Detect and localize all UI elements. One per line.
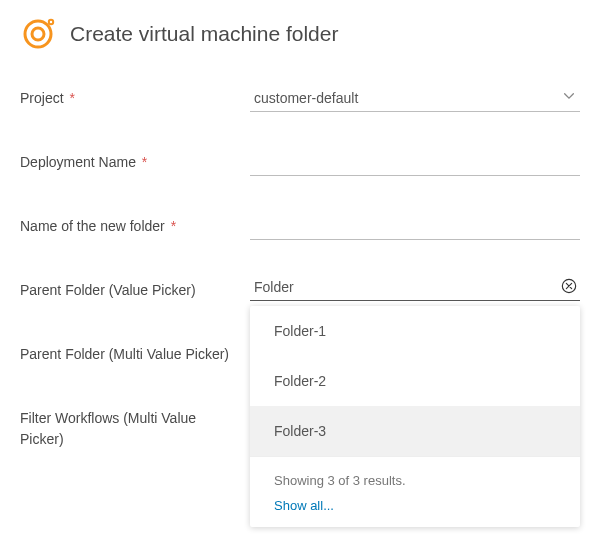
parent-folder-multi-label: Parent Folder (Multi Value Picker) — [20, 336, 250, 365]
results-count-text: Showing 3 of 3 results. — [274, 473, 556, 488]
required-mark: * — [69, 90, 74, 106]
filter-workflows-label: Filter Workflows (Multi Value Picker) — [20, 400, 250, 450]
page-title: Create virtual machine folder — [70, 22, 338, 46]
deployment-name-input[interactable] — [250, 144, 580, 176]
dropdown-footer: Showing 3 of 3 results. Show all... — [250, 456, 580, 527]
new-folder-name-input[interactable] — [250, 208, 580, 240]
deployment-name-row: Deployment Name * — [20, 144, 580, 184]
project-row: Project * customer-default — [20, 80, 580, 120]
project-select-value: customer-default — [254, 90, 358, 106]
dropdown-item[interactable]: Folder-1 — [250, 306, 580, 356]
dropdown-item[interactable]: Folder-2 — [250, 356, 580, 406]
form-header: Create virtual machine folder — [20, 16, 580, 52]
required-mark: * — [171, 218, 176, 234]
parent-folder-label: Parent Folder (Value Picker) — [20, 272, 250, 301]
parent-folder-row: Parent Folder (Value Picker) Folder-1 Fo… — [20, 272, 580, 312]
required-mark: * — [142, 154, 147, 170]
clear-button[interactable] — [560, 278, 578, 296]
parent-folder-input[interactable] — [254, 279, 560, 295]
new-folder-name-label: Name of the new folder * — [20, 208, 250, 237]
project-label: Project * — [20, 80, 250, 109]
parent-folder-dropdown: Folder-1 Folder-2 Folder-3 Showing 3 of … — [250, 306, 580, 527]
show-all-link[interactable]: Show all... — [274, 498, 556, 513]
svg-point-1 — [32, 28, 44, 40]
svg-point-2 — [49, 20, 53, 24]
parent-folder-input-wrap[interactable] — [250, 272, 580, 301]
project-select[interactable]: customer-default — [250, 80, 580, 112]
svg-point-0 — [25, 21, 51, 47]
chevron-down-icon — [562, 89, 576, 106]
new-folder-name-row: Name of the new folder * — [20, 208, 580, 248]
workflow-icon — [20, 16, 56, 52]
dropdown-item[interactable]: Folder-3 — [250, 406, 580, 456]
close-icon — [561, 278, 577, 297]
deployment-name-label: Deployment Name * — [20, 144, 250, 173]
